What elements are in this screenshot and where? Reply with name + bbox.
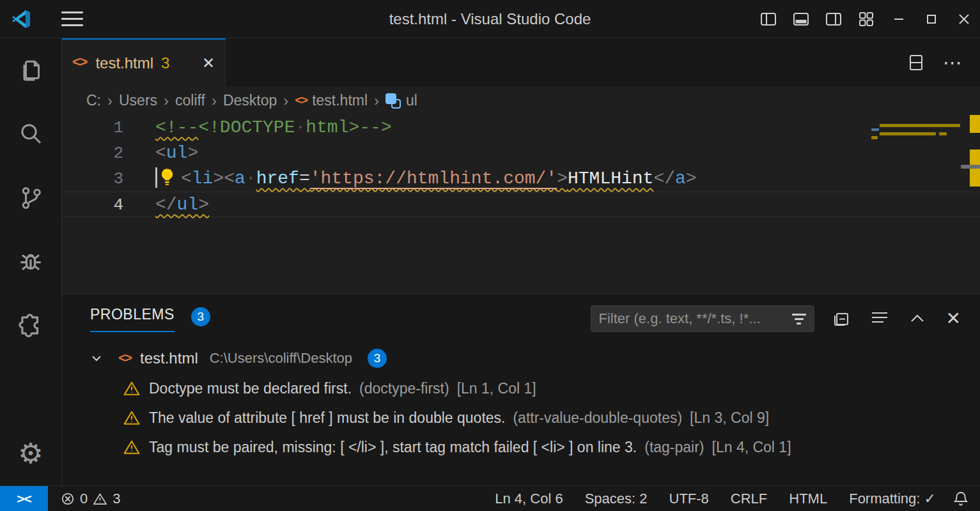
breadcrumb-segment[interactable]: <>test.html: [295, 92, 368, 109]
breadcrumb-label: Desktop: [223, 92, 277, 109]
line-number: 3: [62, 166, 123, 192]
activity-bar: ⚙: [0, 38, 62, 485]
layout-sidebar-right-icon[interactable]: [817, 0, 850, 38]
split-editor-icon[interactable]: [908, 54, 924, 72]
problem-message: Tag must be paired, missing: [ </li> ], …: [149, 439, 637, 456]
breadcrumb: C:›Users›coliff›Desktop›<>test.html›ul: [62, 86, 980, 115]
code-token: HTMLHint: [568, 169, 653, 188]
code-token: >: [557, 169, 568, 188]
minimize-icon[interactable]: [882, 0, 915, 38]
menu-icon[interactable]: [61, 11, 83, 26]
code-token: <: [224, 169, 235, 188]
code-token: ·: [295, 118, 306, 137]
problem-row[interactable]: Doctype must be declared first.(doctype-…: [62, 374, 980, 403]
problem-row[interactable]: Tag must be paired, missing: [ </li> ], …: [62, 432, 980, 462]
layout-panel-icon[interactable]: [784, 0, 817, 38]
breadcrumb-segment[interactable]: Desktop: [223, 92, 277, 109]
line-number: 1: [62, 115, 123, 141]
code-token: </: [653, 169, 675, 188]
problem-rule-code: (attr-value-double-quotes): [513, 409, 682, 427]
title-bar: test.html - Visual Studio Code: [0, 0, 980, 38]
code-line: 1<!--<!DOCTYPE·html>-->: [62, 115, 980, 141]
breadcrumb-segment[interactable]: Users: [119, 92, 157, 109]
filter-icon[interactable]: [792, 314, 806, 324]
close-window-icon[interactable]: [947, 0, 980, 38]
maximize-icon[interactable]: [915, 0, 947, 38]
problem-row[interactable]: The value of attribute [ href ] must be …: [62, 403, 980, 432]
code-token: >: [213, 169, 224, 188]
status-encoding[interactable]: UTF-8: [658, 486, 720, 511]
source-control-icon[interactable]: [0, 166, 62, 230]
html-file-icon: <>: [295, 94, 307, 108]
code-token: a: [235, 169, 245, 188]
problem-location: [Ln 1, Col 1]: [457, 380, 536, 397]
minimap-warning-line: [871, 136, 878, 139]
extensions-icon[interactable]: [0, 294, 62, 358]
code-token: >: [198, 195, 209, 215]
status-problems[interactable]: 0 3: [61, 491, 121, 507]
problems-file-group[interactable]: <> test.html C:\Users\coliff\Desktop 3: [62, 343, 980, 374]
filter-input[interactable]: [599, 310, 788, 327]
ruler-warning-mark: [970, 149, 980, 165]
warning-triangle-icon: [123, 381, 140, 396]
warning-triangle-icon: [93, 492, 107, 506]
lightbulb-icon[interactable]: [159, 167, 176, 195]
status-language-mode[interactable]: HTML: [778, 486, 838, 511]
explorer-icon[interactable]: [0, 38, 62, 102]
ruler-warning-mark: [970, 115, 980, 133]
notifications-bell-icon[interactable]: [947, 486, 980, 511]
problem-location: [Ln 4, Col 1]: [712, 439, 791, 456]
file-path: C:\Users\coliff\Desktop: [210, 350, 352, 367]
remote-indicator[interactable]: ><: [0, 486, 48, 511]
breadcrumb-chevron-icon: ›: [212, 92, 217, 110]
code-token: html>-->: [306, 118, 391, 137]
code-token: =: [299, 169, 310, 188]
close-panel-icon[interactable]: ✕: [946, 310, 961, 328]
tab-label: test.html: [95, 54, 153, 72]
editor-actions: ⋯: [908, 38, 980, 86]
search-icon[interactable]: [0, 102, 62, 166]
code-token: >: [187, 143, 198, 163]
problems-panel: PROBLEMS 3: [62, 294, 980, 485]
titlebar-controls: [752, 0, 980, 38]
tab-test-html[interactable]: <> test.html 3 ✕: [62, 38, 226, 86]
minimap[interactable]: [871, 115, 961, 243]
status-cursor-position[interactable]: Ln 4, Col 6: [484, 486, 573, 511]
html-file-icon: <>: [72, 55, 86, 71]
breadcrumb-segment[interactable]: ul: [385, 92, 417, 109]
breadcrumb-label: test.html: [312, 92, 368, 109]
layout-sidebar-left-icon[interactable]: [752, 0, 784, 38]
tab-problems[interactable]: PROBLEMS 3: [90, 306, 210, 332]
problems-filter[interactable]: [591, 305, 814, 332]
overview-ruler[interactable]: [970, 115, 980, 294]
link-text: 'https://htmlhint.com/': [310, 169, 557, 188]
settings-gear-icon[interactable]: ⚙: [0, 422, 62, 485]
breadcrumb-label: Users: [119, 92, 157, 109]
code-token: li: [192, 169, 214, 188]
minimap-warning-line: [880, 132, 936, 135]
layout-grid-icon[interactable]: [850, 0, 882, 38]
more-actions-icon[interactable]: ⋯: [943, 59, 963, 66]
problem-message: Doctype must be declared first.: [149, 380, 352, 397]
breadcrumb-segment[interactable]: C:: [86, 92, 101, 109]
code-editor[interactable]: 1<!--<!DOCTYPE·html>-->2<ul>3<li><a·href…: [62, 115, 980, 294]
close-tab-icon[interactable]: ✕: [202, 54, 215, 72]
warning-count: 3: [113, 491, 120, 507]
breadcrumb-label: coliff: [175, 92, 205, 109]
status-indentation[interactable]: Spaces: 2: [574, 486, 658, 511]
breadcrumb-segment[interactable]: coliff: [175, 92, 205, 109]
code-token: <!DOCTYPE: [198, 118, 295, 137]
code-line: 2<ul>: [62, 141, 980, 166]
tab-problem-count: 3: [161, 54, 169, 72]
collapse-all-icon[interactable]: [832, 310, 850, 328]
status-eol-sequence[interactable]: CRLF: [720, 486, 778, 511]
view-as-list-icon[interactable]: [871, 311, 889, 326]
minimap-warning-line: [880, 124, 960, 127]
code-token: >: [686, 169, 697, 188]
status-formatting-status[interactable]: Formatting: ✓: [838, 486, 947, 511]
error-circle-icon: [61, 492, 75, 506]
line-number: 2: [62, 141, 123, 166]
maximize-panel-icon[interactable]: [909, 312, 926, 325]
debug-bug-icon[interactable]: [0, 230, 62, 294]
code-token: </: [155, 195, 177, 215]
